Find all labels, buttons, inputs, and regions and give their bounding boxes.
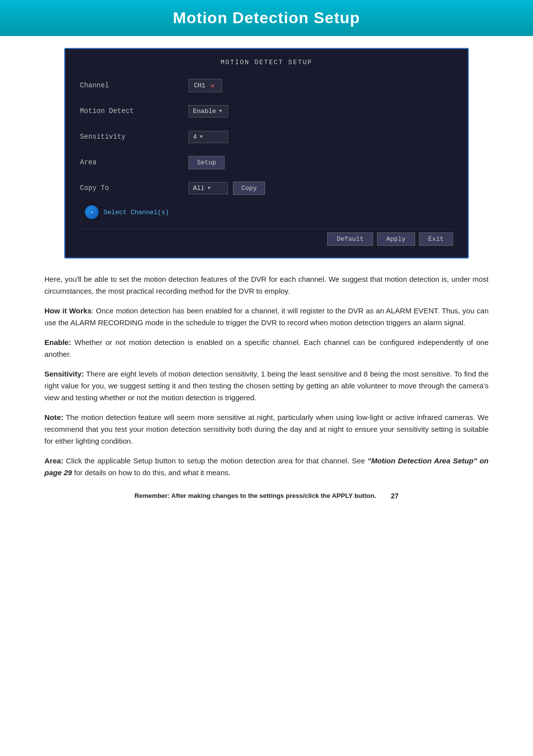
channel-control: CH1 ✕ (189, 79, 222, 92)
copy-to-dropdown[interactable]: All ▼ (189, 182, 228, 194)
note-text: The motion detection feature will seem m… (44, 413, 489, 445)
area-control: Setup (189, 156, 225, 169)
chevron-down-icon: ▼ (207, 186, 210, 191)
channel-dropdown[interactable]: CH1 ✕ (189, 79, 222, 92)
area-label: Area (80, 158, 189, 166)
channel-label: Channel (80, 81, 189, 89)
area-section-label: Area: (44, 456, 63, 465)
dialog-footer: Default Apply Exit (80, 229, 453, 246)
page-title: Motion Detection Setup (0, 9, 533, 27)
sensitivity-dropdown[interactable]: 4 ▼ (189, 131, 228, 143)
how-it-works-section: How it Works: Once motion detection has … (44, 305, 489, 329)
page-footer: Remember: After making changes to the se… (44, 491, 489, 501)
exit-button[interactable]: Exit (419, 232, 453, 246)
how-it-works-label: How it Works (44, 306, 92, 315)
intro-paragraph: Here, you'll be able to set the motion d… (44, 273, 489, 297)
note-label: Note: (44, 413, 63, 421)
copy-to-row: Copy To All ▼ Copy (80, 180, 453, 196)
chevron-down-icon: ▼ (219, 109, 222, 114)
svg-point-1 (90, 211, 93, 214)
apply-button[interactable]: Apply (377, 232, 415, 246)
area-section: Area: Click the applicable Setup button … (44, 455, 489, 479)
motion-detect-control: Enable ▼ (189, 105, 228, 117)
footer-note: Remember: After making changes to the se… (134, 491, 376, 501)
sensitivity-section-label: Sensitivity: (44, 370, 84, 378)
area-text-after: for details on how to do this, and what … (72, 468, 230, 477)
dialog-title: MOTION DETECT SETUP (80, 59, 453, 66)
how-it-works-text: Once motion detection has been enabled f… (44, 306, 489, 327)
page-number: 27 (391, 491, 399, 501)
copy-button[interactable]: Copy (233, 182, 265, 195)
sensitivity-row: Sensitivity 4 ▼ (80, 128, 453, 145)
copy-to-label: Copy To (80, 184, 189, 192)
area-text-before: Click the applicable Setup button to set… (66, 456, 368, 465)
note-section: Note: The motion detection feature will … (44, 412, 489, 447)
sensitivity-value: 4 (193, 133, 197, 141)
close-icon: ✕ (210, 81, 214, 90)
select-channels-area: Select Channel(s) (80, 205, 453, 219)
motion-detect-value: Enable (193, 108, 216, 115)
enable-label: Enable: (44, 338, 71, 346)
motion-detect-dropdown[interactable]: Enable ▼ (189, 105, 228, 117)
sensitivity-label: Sensitivity (80, 133, 189, 141)
sensitivity-section: Sensitivity: There are eight levels of m… (44, 368, 489, 404)
select-channels-label: Select Channel(s) (104, 209, 169, 216)
enable-text: Whether or not motion detection is enabl… (44, 338, 489, 358)
select-channel-icon (85, 205, 99, 219)
sensitivity-control: 4 ▼ (189, 131, 228, 143)
area-setup-button[interactable]: Setup (189, 156, 225, 169)
channel-row: Channel CH1 ✕ (80, 77, 453, 94)
enable-section: Enable: Whether or not motion detection … (44, 337, 489, 360)
how-it-works-separator: : (92, 306, 96, 315)
body-content: Here, you'll be able to set the motion d… (44, 273, 489, 501)
chevron-down-icon: ▼ (200, 134, 203, 140)
motion-detect-row: Motion Detect Enable ▼ (80, 103, 453, 119)
page-header: Motion Detection Setup (0, 0, 533, 36)
default-button[interactable]: Default (327, 232, 373, 246)
motion-detect-dialog: MOTION DETECT SETUP Channel CH1 ✕ Motion… (64, 48, 469, 259)
area-row: Area Setup (80, 154, 453, 171)
copy-to-control: All ▼ Copy (189, 182, 265, 195)
channel-value: CH1 (194, 82, 205, 89)
motion-detect-label: Motion Detect (80, 107, 189, 115)
copy-to-value: All (193, 185, 204, 192)
sensitivity-text: There are eight levels of motion detecti… (44, 370, 489, 402)
